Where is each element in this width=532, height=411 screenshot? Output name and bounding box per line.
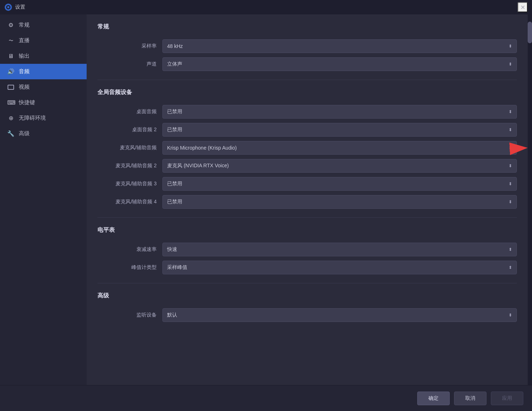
section-general: 常规 采样率 48 kHz ⬍ 声道 立体声 ⬍ bbox=[97, 23, 517, 71]
title-bar: 设置 ✕ bbox=[0, 0, 532, 14]
form-row-samplerate: 采样率 48 kHz ⬍ bbox=[97, 39, 517, 53]
sidebar-item-stream[interactable]: 〜 直播 bbox=[0, 33, 87, 48]
dropdown-arrow-peak-type: ⬍ bbox=[509, 265, 512, 270]
select-mic-aux3[interactable]: 已禁用 ⬍ bbox=[162, 177, 517, 191]
gear-icon: ⚙ bbox=[7, 22, 14, 28]
label-monitor-device: 监听设备 bbox=[97, 312, 162, 318]
dropdown-arrow-samplerate: ⬍ bbox=[509, 44, 512, 49]
output-icon: 🖥 bbox=[7, 53, 14, 59]
select-samplerate[interactable]: 48 kHz ⬍ bbox=[162, 39, 517, 53]
select-mic-aux2[interactable]: 麦克风 (NVIDIA RTX Voice) ⬍ bbox=[162, 159, 517, 173]
select-mic-aux[interactable]: Krisp Microphone (Krisp Audio) ⬍ bbox=[162, 141, 517, 155]
select-monitor-device[interactable]: 默认 ⬍ bbox=[162, 308, 517, 322]
sidebar-item-advanced[interactable]: 🔧 高级 bbox=[0, 126, 87, 141]
select-mic-aux2-value: 麦克风 (NVIDIA RTX Voice) bbox=[167, 163, 229, 169]
section-title-meter: 电平表 bbox=[97, 226, 517, 237]
close-button[interactable]: ✕ bbox=[518, 2, 528, 12]
label-channels: 声道 bbox=[97, 61, 162, 67]
audio-icon: 🔊 bbox=[7, 68, 14, 75]
section-advanced: 高级 监听设备 默认 ⬍ bbox=[97, 292, 517, 322]
form-row-channels: 声道 立体声 ⬍ bbox=[97, 57, 517, 71]
title-bar-left: 设置 bbox=[4, 3, 25, 11]
form-row-mic-aux2: 麦克风/辅助音频 2 麦克风 (NVIDIA RTX Voice) ⬍ bbox=[97, 159, 517, 173]
section-global-audio: 全局音频设备 桌面音频 已禁用 ⬍ 桌面音频 2 已禁用 ⬍ bbox=[97, 89, 517, 209]
select-samplerate-value: 48 kHz bbox=[167, 43, 183, 49]
label-mic-aux: 麦克风/辅助音频 bbox=[97, 145, 162, 151]
sidebar-item-hotkeys[interactable]: ⌨ 快捷键 bbox=[0, 95, 87, 110]
dropdown-arrow-mic-aux: ⬍ bbox=[509, 145, 512, 150]
stream-icon: 〜 bbox=[7, 37, 14, 44]
section-title-advanced: 高级 bbox=[97, 292, 517, 302]
select-peak-type[interactable]: 采样峰值 ⬍ bbox=[162, 261, 517, 274]
sidebar: ⚙ 常规 〜 直播 🖥 输出 🔊 音频 视频 ⌨ 快捷键 bbox=[0, 14, 87, 385]
window-title: 设置 bbox=[15, 4, 25, 10]
sidebar-item-video[interactable]: 视频 bbox=[0, 79, 87, 95]
main-content: 常规 采样率 48 kHz ⬍ 声道 立体声 ⬍ bbox=[87, 14, 528, 385]
select-mic-aux4-value: 已禁用 bbox=[167, 199, 182, 205]
label-mic-aux4: 麦克风/辅助音频 4 bbox=[97, 199, 162, 205]
select-desktop-audio[interactable]: 已禁用 ⬍ bbox=[162, 105, 517, 119]
label-peak-type: 峰值计类型 bbox=[97, 264, 162, 271]
ok-button[interactable]: 确定 bbox=[417, 392, 450, 405]
label-mic-aux2: 麦克风/辅助音频 2 bbox=[97, 163, 162, 169]
keyboard-icon: ⌨ bbox=[7, 99, 14, 106]
sidebar-item-audio[interactable]: 🔊 音频 bbox=[0, 64, 87, 79]
sidebar-item-general[interactable]: ⚙ 常规 bbox=[0, 17, 87, 33]
sidebar-label-hotkeys: 快捷键 bbox=[19, 99, 35, 106]
select-desktop-audio2[interactable]: 已禁用 ⬍ bbox=[162, 123, 517, 137]
sidebar-item-accessibility[interactable]: ⊕ 无障碍环境 bbox=[0, 110, 87, 126]
sidebar-item-output[interactable]: 🖥 输出 bbox=[0, 48, 87, 64]
divider-3 bbox=[97, 283, 517, 283]
advanced-icon: 🔧 bbox=[7, 130, 14, 137]
sidebar-label-stream: 直播 bbox=[19, 37, 30, 44]
form-row-peak-type: 峰值计类型 采样峰值 ⬍ bbox=[97, 261, 517, 274]
select-monitor-device-value: 默认 bbox=[167, 312, 177, 318]
dropdown-arrow-mic-aux4: ⬍ bbox=[509, 199, 512, 204]
dropdown-arrow-monitor-device: ⬍ bbox=[509, 313, 512, 318]
form-row-decay-rate: 衰减速率 快速 ⬍ bbox=[97, 243, 517, 256]
scrollbar-track[interactable] bbox=[528, 14, 532, 385]
cancel-button[interactable]: 取消 bbox=[454, 392, 487, 405]
svg-point-2 bbox=[7, 6, 9, 8]
dropdown-arrow-mic-aux2: ⬍ bbox=[509, 163, 512, 168]
dropdown-arrow-desktop-audio: ⬍ bbox=[509, 109, 512, 114]
dropdown-arrow-mic-aux3: ⬍ bbox=[509, 181, 512, 186]
form-row-mic-aux: 麦克风/辅助音频 Krisp Microphone (Krisp Audio) … bbox=[97, 141, 517, 155]
label-samplerate: 采样率 bbox=[97, 43, 162, 49]
section-title-global-audio: 全局音频设备 bbox=[97, 89, 517, 99]
section-meter: 电平表 衰减速率 快速 ⬍ 峰值计类型 采样峰值 ⬍ bbox=[97, 226, 517, 274]
section-title-general: 常规 bbox=[97, 23, 517, 34]
form-row-mic-aux3: 麦克风/辅助音频 3 已禁用 ⬍ bbox=[97, 177, 517, 191]
select-peak-type-value: 采样峰值 bbox=[167, 264, 187, 271]
video-icon bbox=[8, 85, 14, 90]
sidebar-label-accessibility: 无障碍环境 bbox=[19, 115, 46, 121]
apply-button[interactable]: 应用 bbox=[491, 392, 523, 405]
label-mic-aux3: 麦克风/辅助音频 3 bbox=[97, 181, 162, 187]
label-desktop-audio: 桌面音频 bbox=[97, 109, 162, 115]
sidebar-label-advanced: 高级 bbox=[19, 130, 30, 137]
accessibility-icon: ⊕ bbox=[7, 115, 14, 121]
dropdown-arrow-decay-rate: ⬍ bbox=[509, 247, 512, 252]
bottom-bar: 确定 取消 应用 bbox=[0, 385, 532, 411]
select-desktop-audio2-value: 已禁用 bbox=[167, 127, 182, 133]
select-decay-rate[interactable]: 快速 ⬍ bbox=[162, 243, 517, 256]
select-channels[interactable]: 立体声 ⬍ bbox=[162, 57, 517, 71]
select-mic-aux-value: Krisp Microphone (Krisp Audio) bbox=[167, 145, 237, 151]
form-row-mic-aux4: 麦克风/辅助音频 4 已禁用 ⬍ bbox=[97, 195, 517, 209]
form-row-desktop-audio: 桌面音频 已禁用 ⬍ bbox=[97, 105, 517, 119]
sidebar-label-output: 输出 bbox=[19, 53, 30, 59]
select-decay-rate-value: 快速 bbox=[167, 246, 177, 253]
form-row-monitor-device: 监听设备 默认 ⬍ bbox=[97, 308, 517, 322]
divider-2 bbox=[97, 217, 517, 218]
dropdown-arrow-desktop-audio2: ⬍ bbox=[509, 127, 512, 132]
select-mic-aux3-value: 已禁用 bbox=[167, 181, 182, 187]
label-decay-rate: 衰减速率 bbox=[97, 246, 162, 253]
select-desktop-audio-value: 已禁用 bbox=[167, 109, 182, 115]
form-row-desktop-audio2: 桌面音频 2 已禁用 ⬍ bbox=[97, 123, 517, 137]
label-desktop-audio2: 桌面音频 2 bbox=[97, 127, 162, 133]
content-area: ⚙ 常规 〜 直播 🖥 输出 🔊 音频 视频 ⌨ 快捷键 bbox=[0, 14, 532, 385]
divider-1 bbox=[97, 80, 517, 80]
select-mic-aux4[interactable]: 已禁用 ⬍ bbox=[162, 195, 517, 209]
settings-window: 设置 ✕ ⚙ 常规 〜 直播 🖥 输出 🔊 音频 bbox=[0, 0, 532, 411]
obs-logo-icon bbox=[4, 3, 12, 11]
